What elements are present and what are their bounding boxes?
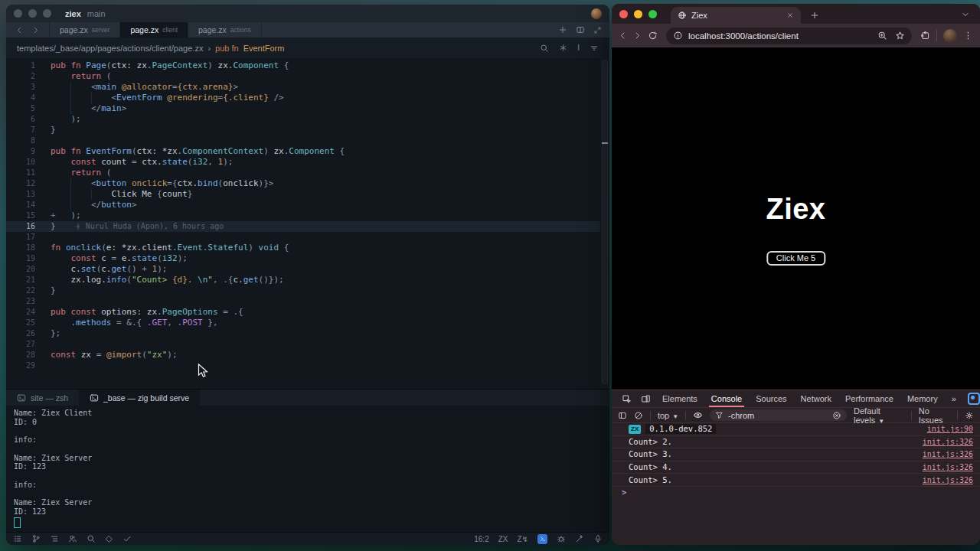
editor-tab-actions[interactable]: page.zxactions <box>188 22 262 37</box>
console-settings-icon[interactable] <box>965 411 974 420</box>
code-line[interactable]: 20 c.set(c.get() + 1); <box>6 264 609 275</box>
code-line[interactable]: 11 return ( <box>6 168 609 178</box>
devtools-tab-sources[interactable]: Sources <box>749 390 793 407</box>
code-line[interactable]: 14 </button> <box>6 200 609 210</box>
git-branch-label[interactable]: main <box>87 9 106 18</box>
git-blame[interactable]: Nurul Huda (Apon), 6 hours ago <box>74 221 224 232</box>
new-tab-icon[interactable] <box>558 25 567 34</box>
bookmark-star-icon[interactable] <box>895 31 905 41</box>
source-link[interactable]: init.js:90 <box>927 423 973 435</box>
filter-lines-icon[interactable] <box>590 44 599 53</box>
code-line[interactable]: 13 Click Me {count} <box>6 189 609 200</box>
search-icon[interactable] <box>87 534 96 543</box>
ai-assistance-icon[interactable] <box>963 393 980 405</box>
collab-icon[interactable] <box>68 534 77 543</box>
extensions-icon[interactable] <box>920 31 930 41</box>
zoom-window-button[interactable] <box>43 9 51 18</box>
git-branch-icon[interactable] <box>31 534 41 543</box>
console-message[interactable]: Count> 4.init.js:326 <box>612 461 980 474</box>
outline-icon[interactable] <box>50 534 59 543</box>
minimize-window-button[interactable] <box>634 10 642 18</box>
code-line[interactable]: 8 <box>6 135 609 146</box>
code-line[interactable]: 15+ ); <box>6 210 609 221</box>
code-line[interactable]: 18fn onclick(e: *zx.client.Event.Statefu… <box>6 243 609 253</box>
nav-back-icon[interactable] <box>15 26 24 34</box>
console-filter-input[interactable]: -chrom <box>710 409 847 421</box>
context-selector[interactable]: top▼ <box>658 411 678 420</box>
terminal-tab[interactable]: _base — zig build serve <box>79 390 200 406</box>
console-sidebar-icon[interactable] <box>618 411 627 420</box>
source-link[interactable]: init.js:326 <box>923 474 973 486</box>
assistant-icon[interactable] <box>105 535 113 543</box>
profile-avatar[interactable] <box>943 29 957 43</box>
inspect-element-icon[interactable] <box>617 390 636 407</box>
code-line[interactable]: 5 </main> <box>6 103 609 114</box>
magic-wand-icon[interactable] <box>575 534 584 543</box>
code-line[interactable]: 17 <box>6 232 609 243</box>
clear-filter-icon[interactable] <box>832 411 841 420</box>
nav-forward-icon[interactable] <box>31 26 40 34</box>
omnibox[interactable]: localhost:3000/actions/client <box>666 28 912 44</box>
console-messages[interactable]: ZX0.1.0-dev.852init.js:90Count> 2.init.j… <box>612 423 980 545</box>
code-line[interactable]: 21 zx.log.info("Count> {d}. \n", .{c.get… <box>6 275 609 285</box>
scrollbar-thumb[interactable] <box>602 60 608 384</box>
minimize-window-button[interactable] <box>28 9 37 18</box>
breadcrumb[interactable]: templates/_base/app/pages/actions/client… <box>6 37 609 58</box>
code-line[interactable]: 12 <button onclick={ctx.bind(onclick)}> <box>6 178 609 189</box>
split-pane-icon[interactable] <box>576 25 585 34</box>
code-line[interactable]: 19 const c = e.state(i32); <box>6 253 609 264</box>
close-window-button[interactable] <box>14 9 22 18</box>
cursor-position[interactable]: 16:2 <box>474 535 488 543</box>
check-icon[interactable] <box>122 534 132 543</box>
reload-icon[interactable] <box>648 31 658 41</box>
device-toolbar-icon[interactable] <box>636 390 655 407</box>
inline-assist-icon[interactable] <box>559 44 567 52</box>
close-tab-icon[interactable] <box>786 11 794 19</box>
console-message[interactable]: ZX0.1.0-dev.852init.js:90 <box>612 423 980 436</box>
site-info-icon[interactable] <box>673 31 683 41</box>
url-text[interactable]: localhost:3000/actions/client <box>688 31 799 41</box>
browser-menu-icon[interactable] <box>963 31 973 41</box>
console-prompt[interactable]: > <box>612 487 980 499</box>
back-icon[interactable] <box>619 31 627 40</box>
zoom-window-button[interactable] <box>648 10 657 18</box>
console-message[interactable]: Count> 5.init.js:326 <box>612 474 980 487</box>
live-expression-eye-icon[interactable] <box>693 410 703 420</box>
code-line[interactable]: 29 <box>6 360 609 371</box>
code-line[interactable]: 3 <main @allocator={ctx.arena}> <box>6 82 609 93</box>
new-tab-button[interactable] <box>810 11 819 20</box>
language-indicator[interactable]: ZX <box>498 535 508 543</box>
console-message[interactable]: Count> 3.init.js:326 <box>612 448 980 461</box>
code-line[interactable]: 6 ); <box>6 114 609 125</box>
editor-scrollbar[interactable] <box>600 58 609 389</box>
console-message[interactable]: Count> 2.init.js:326 <box>612 436 980 449</box>
code-editor[interactable]: 1pub fn Page(ctx: zx.PageContext) zx.Com… <box>6 58 609 389</box>
devtools-tab-console[interactable]: Console <box>704 390 749 407</box>
forward-icon[interactable] <box>633 31 642 40</box>
code-line[interactable]: 7} <box>6 125 609 135</box>
terminal-panel-icon[interactable] <box>537 534 547 544</box>
code-line[interactable]: 25 .methods = &.{ .GET, .POST }, <box>6 318 609 328</box>
expand-icon[interactable] <box>593 26 602 34</box>
terminal-output[interactable]: Name: Ziex ClientID: 0 info: Name: Ziex … <box>6 406 609 532</box>
source-link[interactable]: init.js:326 <box>923 461 973 473</box>
source-link[interactable]: init.js:326 <box>923 448 973 460</box>
project-panel-icon[interactable] <box>13 534 22 543</box>
lsp-indicator[interactable]: Z↯ <box>518 535 529 543</box>
issues-counter[interactable]: No Issues <box>919 406 950 425</box>
log-levels-selector[interactable]: Default levels▼ <box>854 406 904 425</box>
diagnostics-icon[interactable] <box>557 534 566 543</box>
devtools-tab-performance[interactable]: Performance <box>838 390 900 407</box>
devtools-tab-memory[interactable]: Memory <box>900 390 945 407</box>
tab-search-chevron-icon[interactable] <box>961 10 970 19</box>
source-link[interactable]: init.js:326 <box>923 436 973 448</box>
code-line[interactable]: 22} <box>6 285 609 296</box>
zoom-level-icon[interactable] <box>877 31 887 41</box>
close-window-button[interactable] <box>619 10 628 18</box>
code-line[interactable]: 28const zx = @import("zx"); <box>6 350 609 360</box>
code-line[interactable]: 27 <box>6 339 609 350</box>
terminal-tab[interactable]: site — zsh <box>6 390 79 406</box>
avatar[interactable] <box>591 8 602 19</box>
code-line[interactable]: 9pub fn EventForm(ctx: *zx.ComponentCont… <box>6 146 609 157</box>
code-line[interactable]: 24pub const options: zx.PageOptions = .{ <box>6 307 609 318</box>
